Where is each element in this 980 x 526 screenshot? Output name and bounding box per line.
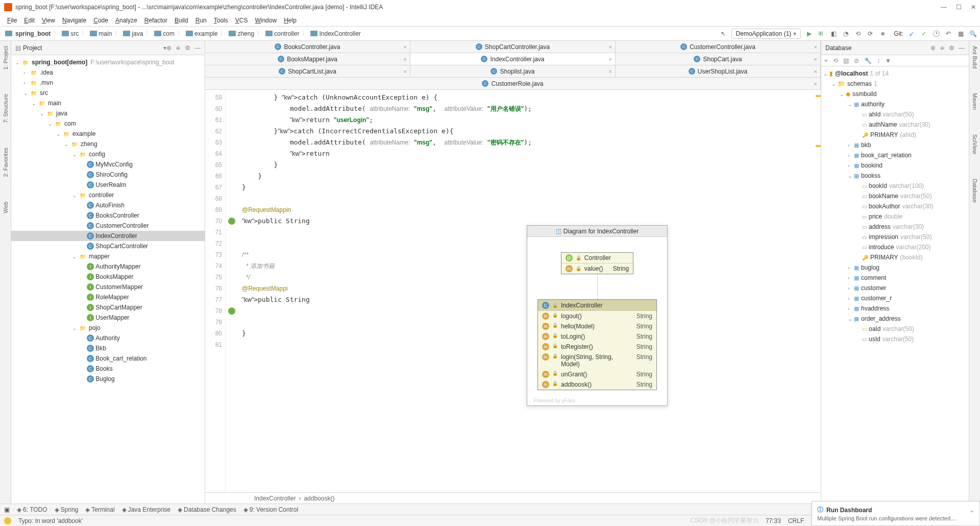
uml-annotation-box[interactable]: @🔒Controller m🔒value() String <box>561 252 633 274</box>
tree-item[interactable]: C AutoFinish <box>11 200 205 210</box>
tree-item[interactable]: C IndexController <box>11 231 205 241</box>
menu-build[interactable]: Build <box>172 16 191 25</box>
db-tree-item[interactable]: ⌄▦order_address <box>821 314 969 324</box>
breadcrumb-item[interactable]: com <box>152 30 177 37</box>
bottom-tool-java-enterprise[interactable]: ◈Java Enterprise <box>122 506 170 513</box>
db-collapse-icon[interactable]: ≑ <box>940 44 945 52</box>
breadcrumb-item[interactable]: zheng <box>227 30 256 37</box>
bottom-tool-spring[interactable]: ◈Spring <box>55 506 79 513</box>
tree-item[interactable]: C Books <box>11 364 205 374</box>
code-content[interactable]: } "kw">catch (UnknownAccountException e)… <box>238 90 536 492</box>
db-stop-icon[interactable]: ⊘ <box>854 57 859 64</box>
run-icon[interactable]: ▶ <box>805 30 813 38</box>
db-tree-item[interactable]: ›▦buglog <box>821 262 969 273</box>
bottom-tool-terminal[interactable]: ◈Terminal <box>85 506 114 513</box>
tab-close-icon[interactable]: × <box>404 68 407 75</box>
editor-tab[interactable]: CShopCartList.java× <box>205 65 410 77</box>
uml-class-box[interactable]: C🔒IndexController m🔒logout()Stringm🔒hell… <box>537 299 657 390</box>
menu-file[interactable]: File <box>4 16 20 25</box>
status-line-sep[interactable]: CRLF <box>788 517 804 524</box>
run-config-dropdown[interactable]: DemoApplication (1) ▾ <box>731 29 801 39</box>
bulb-icon[interactable] <box>4 517 11 524</box>
left-stripe-2-favorites[interactable]: 2: Favorites <box>3 146 9 179</box>
db-tree-item[interactable]: ▭bookAuthorvarchar(30) <box>821 201 969 211</box>
back-icon[interactable]: ↖ <box>719 30 727 38</box>
coverage-icon[interactable]: ◧ <box>829 30 838 38</box>
tab-close-icon[interactable]: × <box>404 56 407 62</box>
editor-tab[interactable]: CShopCartController.java× <box>410 41 616 53</box>
db-tree-item[interactable]: ›▦customer <box>821 283 969 293</box>
editor-tab[interactable]: CBooksController.java× <box>205 41 410 53</box>
menu-tools[interactable]: Tools <box>211 16 231 25</box>
menu-vcs[interactable]: VCS <box>232 16 251 25</box>
menu-run[interactable]: Run <box>192 16 210 25</box>
breadcrumb-item[interactable]: example <box>184 30 219 37</box>
attach2-icon[interactable]: ⟳ <box>866 30 874 38</box>
editor-tab[interactable]: CShopCart.java× <box>616 53 821 65</box>
db-tree-item[interactable]: ›▦bkb <box>821 140 969 150</box>
db-tree-item[interactable]: ▭authNamevarchar(30) <box>821 119 969 130</box>
close-icon[interactable]: ✕ <box>971 4 976 11</box>
tree-item[interactable]: C UserRealm <box>11 180 205 190</box>
db-tree-item[interactable]: ▭bookNamevarchar(50) <box>821 191 969 201</box>
database-tree[interactable]: ⌄▮@localhost1 of 14⌄📁schemas1⌄◆ssmbuild⌄… <box>821 66 969 504</box>
menu-edit[interactable]: Edit <box>21 16 38 25</box>
git-history-icon[interactable]: 🕐 <box>932 30 940 38</box>
db-tree-item[interactable]: ›▦hvaddress <box>821 303 969 314</box>
db-tree-item[interactable]: ▭usIdvarchar(50) <box>821 334 969 344</box>
tree-item[interactable]: I UserMapper <box>11 313 205 323</box>
menu-view[interactable]: View <box>39 16 58 25</box>
hide-icon[interactable]: — <box>194 44 201 52</box>
db-tree-item[interactable]: ▭introducevarchar(200) <box>821 242 969 252</box>
tool-window-icon[interactable]: ▣ <box>4 506 10 513</box>
menu-help[interactable]: Help <box>281 16 300 25</box>
db-tree-item[interactable]: ⌄▦authority <box>821 99 969 109</box>
spring-gutter-icon[interactable] <box>228 218 235 225</box>
tree-item[interactable]: C ShiroConfig <box>11 170 205 180</box>
tab-close-icon[interactable]: × <box>814 56 817 62</box>
tree-item[interactable]: ⌄📁src <box>11 88 205 98</box>
attach-icon[interactable]: ⟲ <box>854 30 862 38</box>
tab-close-icon[interactable]: × <box>609 68 612 75</box>
tree-item[interactable]: I RoleMapper <box>11 292 205 302</box>
tab-close-icon[interactable]: × <box>404 44 407 50</box>
settings-icon[interactable]: ⚙ <box>185 44 190 52</box>
db-filter-icon[interactable]: ▼ <box>885 57 891 64</box>
tree-item[interactable]: ⌄📁config <box>11 149 205 159</box>
tree-item[interactable]: ⌄📁main <box>11 98 205 108</box>
editor-tab[interactable]: CUserShopList.java× <box>616 65 821 77</box>
tree-item[interactable]: C Book_cart_relation <box>11 353 205 364</box>
tree-item[interactable]: I AuthorityMapper <box>11 261 205 272</box>
menu-refactor[interactable]: Refactor <box>141 16 170 25</box>
menu-code[interactable]: Code <box>90 16 111 25</box>
uml-method[interactable]: m🔒login(String, String, Model)String <box>538 352 656 369</box>
editor-tab[interactable]: CCustomerController.java× <box>616 41 821 53</box>
editor-bc-class[interactable]: IndexController <box>254 495 296 502</box>
breadcrumb-item[interactable]: controller <box>263 30 301 37</box>
tree-item[interactable]: ⌄📁controller <box>11 190 205 200</box>
uml-method[interactable]: m🔒unGrant()String <box>538 369 656 379</box>
tree-item[interactable]: ⌄📁example <box>11 129 205 139</box>
tab-close-icon[interactable]: × <box>814 81 817 87</box>
tab-close-icon[interactable]: × <box>609 44 612 50</box>
tree-item[interactable]: ⌄📁mapper <box>11 251 205 261</box>
db-tree-item[interactable]: ⌄▦bookss <box>821 171 969 181</box>
db-root[interactable]: ⌄▮@localhost1 of 14 <box>821 68 969 79</box>
tree-item[interactable]: C CustomerController <box>11 221 205 231</box>
error-stripe[interactable] <box>815 90 821 492</box>
db-tree-item[interactable]: ▭bookIdvarchar(100) <box>821 181 969 191</box>
left-stripe-1-project[interactable]: 1: Project <box>3 44 9 71</box>
tree-item[interactable]: ⌄📁com <box>11 118 205 129</box>
db-console-icon[interactable]: ▤ <box>843 57 849 64</box>
db-add-icon[interactable]: + <box>824 57 828 64</box>
tree-item[interactable]: C Bkb <box>11 343 205 353</box>
bottom-tool-database-changes[interactable]: ◈Database Changes <box>178 506 236 513</box>
db-settings-icon[interactable]: ⚙ <box>949 44 954 52</box>
db-tree-item[interactable]: 🔑PRIMARY(bookId) <box>821 252 969 262</box>
git-update-icon[interactable]: ↙ <box>908 30 916 38</box>
right-stripe-sciview[interactable]: SciView <box>972 132 978 156</box>
git-revert-icon[interactable]: ↶ <box>944 30 952 38</box>
search-icon[interactable]: 🔍 <box>969 30 977 38</box>
db-tree-item[interactable]: ▭impressionvarchar(50) <box>821 232 969 242</box>
uml-method[interactable]: m🔒hello(Model)String <box>538 321 656 331</box>
